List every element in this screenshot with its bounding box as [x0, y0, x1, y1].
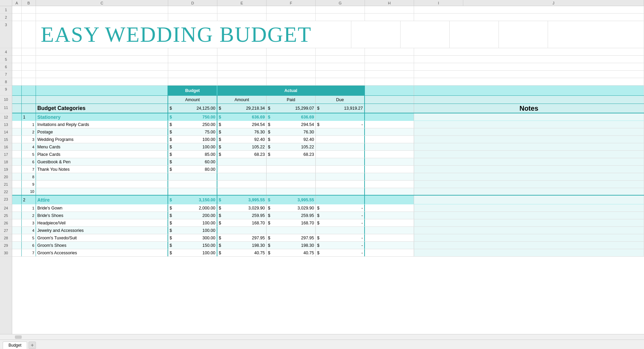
main-title: EASY WEDDING BUDGET [37, 21, 315, 48]
row-num-11: 11 [0, 104, 12, 113]
row-num-9: 9 [0, 86, 12, 96]
row-num-2: 2 [0, 14, 12, 21]
cell-9notes [414, 86, 644, 95]
actual-header-label: Actual [284, 88, 297, 93]
cell-23-attire: Attire [36, 196, 168, 204]
row-22: 10 [12, 188, 644, 196]
row-num-28: 28 [0, 234, 12, 242]
col-header-e: E [217, 0, 267, 6]
cell-9b [22, 86, 36, 95]
cell-9c [36, 86, 168, 95]
row-num-7: 7 [0, 71, 12, 78]
budget-amount-label: Amount [185, 97, 200, 102]
cell-29-name: Groom's Shoes [36, 242, 168, 249]
row-num-19: 19 [0, 166, 12, 173]
total-actual-amount: 29,218.34 [222, 106, 265, 111]
row-19: 7 Thank You Notes $80.00 [12, 166, 644, 173]
cell-11-categories: Budget Categories [36, 104, 168, 113]
cell-12-stationery: Stationery [36, 113, 168, 121]
row-29: 6 Groom's Shoes $150.00 $198.30 $198.30 … [12, 242, 644, 249]
cell-12-paid: $ 636.69 [267, 113, 316, 121]
row-num-1: 1 [0, 6, 12, 14]
col-header-d: D [168, 0, 217, 6]
cell-15-name: Wedding Programs [36, 136, 168, 143]
actual-amount-label: Amount [234, 97, 249, 102]
due-label: Due [336, 97, 344, 102]
cell-9d-budget: Budget [168, 86, 217, 95]
tab-budget[interactable]: Budget [3, 342, 27, 349]
row-21: 9 [12, 181, 644, 188]
cell-2d [168, 14, 217, 21]
column-headers: A B C D E F G H I J [0, 0, 644, 6]
cell-10-due: Due [316, 96, 365, 104]
sheet-grid: EASY WEDDING BUDGET [12, 6, 644, 334]
total-due-amount: 13,919.27 [321, 106, 363, 111]
row-25: 2 Bride's Shoes $200.00 $259.95 $259.95 … [12, 212, 644, 219]
row-num-21: 21 [0, 181, 12, 188]
cell-10-actual-amount: Amount [217, 96, 267, 104]
corner-cell [0, 0, 12, 6]
row-26: 3 Headpiece/Veil $100.00 $168.70 $168.70… [12, 219, 644, 227]
cell-13-due: $- [316, 121, 365, 128]
col-header-j: J [463, 0, 644, 6]
cell-2f [267, 14, 316, 21]
cell-1a [12, 6, 22, 13]
cell-13-actual: $294.54 [217, 121, 267, 128]
cell-11-actual-total: $ 29,218.34 [217, 104, 267, 113]
row-num-24: 24 [0, 204, 12, 212]
cell-10-budget-amount: Amount [168, 96, 217, 104]
cell-12-actual: $ 636.69 [217, 113, 267, 121]
scroll-thumb[interactable] [15, 335, 22, 339]
row-12-stationery: 1 Stationery $ 750.00 $ 636.69 $ 636.69 [12, 113, 644, 121]
cell-1g [316, 6, 365, 13]
cell-11-paid-total: $ 15,299.07 [267, 104, 316, 113]
cell-24-name: Bride's Gown [36, 204, 168, 212]
cell-2h [365, 14, 414, 21]
row-num-13: 13 [0, 121, 12, 128]
cell-2b [22, 14, 36, 21]
cell-2notes [414, 14, 644, 21]
cell-30-name: Groom's Accessories [36, 249, 168, 256]
col-header-g: G [316, 0, 365, 6]
tab-budget-label: Budget [8, 343, 21, 348]
cell-2e [217, 14, 267, 21]
cell-1b [22, 6, 36, 13]
col-header-h: H [365, 0, 414, 6]
cell-18-name: Guestbook & Pen [36, 158, 168, 165]
cell-10-paid: Paid [267, 96, 316, 104]
row-num-15: 15 [0, 136, 12, 143]
row-27: 4 Jewelry and Accessories $100.00 [12, 227, 644, 234]
row-6 [12, 63, 644, 71]
cell-3g [450, 21, 499, 48]
tab-add-button[interactable]: + [28, 342, 36, 349]
cell-16-name: Menu Cards [36, 143, 168, 150]
tab-bar: Budget + [0, 339, 644, 349]
row-num-14: 14 [0, 128, 12, 136]
col-header-f: F [267, 0, 316, 6]
cell-1h [365, 6, 414, 13]
cell-3b [22, 21, 36, 48]
row-9-header: Budget Actual [12, 86, 644, 96]
row-num-18: 18 [0, 158, 12, 166]
row-20: 8 [12, 173, 644, 181]
row-13: 1 Invitations and Reply Cards $250.00 $2… [12, 121, 644, 128]
row-numbers: 1 2 3 4 5 6 7 8 9 10 11 12 13 14 15 16 1… [0, 6, 12, 334]
sheet-body: 1 2 3 4 5 6 7 8 9 10 11 12 13 14 15 16 1… [0, 6, 644, 334]
spreadsheet: A B C D E F G H I J 1 2 3 4 5 6 7 8 9 10… [0, 0, 644, 349]
row-5 [12, 56, 644, 63]
cell-1d [168, 6, 217, 13]
row-3-title: EASY WEDDING BUDGET [12, 21, 644, 48]
total-paid-amount: 15,299.07 [272, 106, 314, 111]
notes-label: Notes [520, 105, 539, 112]
cell-2c [36, 14, 168, 21]
cell-11-due-total: $ 13,919.27 [316, 104, 365, 113]
row-num-16: 16 [0, 143, 12, 151]
row-num-22: 22 [0, 188, 12, 196]
row-2 [12, 14, 644, 21]
budget-header-label: Budget [185, 88, 200, 93]
cell-12b: 1 [22, 113, 36, 121]
cell-11-notes: Notes [414, 104, 644, 113]
scroll-bar[interactable] [0, 334, 644, 339]
cell-3h [499, 21, 548, 48]
row-1 [12, 6, 644, 14]
